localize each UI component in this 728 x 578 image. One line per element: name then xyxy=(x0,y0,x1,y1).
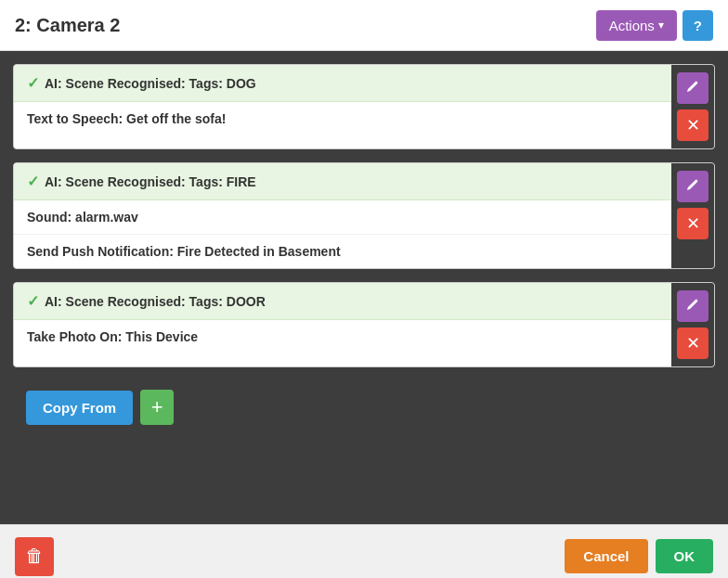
actions-button[interactable]: Actions xyxy=(596,10,677,41)
rule-actions-col: ✕ xyxy=(671,283,714,366)
delete-icon: ✕ xyxy=(686,115,700,135)
rule-trigger: ✓ AI: Scene Recognised: Tags: DOG xyxy=(14,65,671,102)
trash-icon: 🗑 xyxy=(25,546,44,567)
delete-rule-button[interactable]: ✕ xyxy=(677,208,708,239)
delete-rule-button[interactable]: ✕ xyxy=(677,328,708,359)
rule-card: ✓ AI: Scene Recognised: Tags: DOG Text t… xyxy=(13,64,715,149)
rule-action-item: Sound: alarm.wav xyxy=(14,200,671,235)
rule-body: Sound: alarm.wav Send Push Notification:… xyxy=(14,200,671,268)
rule-trigger: ✓ AI: Scene Recognised: Tags: DOOR xyxy=(14,283,671,320)
rule-card: ✓ AI: Scene Recognised: Tags: DOOR Take … xyxy=(13,282,715,367)
edit-icon xyxy=(685,299,700,314)
rule-card: ✓ AI: Scene Recognised: Tags: FIRE Sound… xyxy=(13,162,715,269)
delete-rule-button[interactable]: ✕ xyxy=(677,109,708,141)
rule-action-item: Send Push Notification: Fire Detected in… xyxy=(14,235,671,268)
footer-right: Cancel OK xyxy=(565,539,713,573)
trash-button[interactable]: 🗑 xyxy=(15,537,54,576)
rule-trigger-text: AI: Scene Recognised: Tags: DOG xyxy=(45,76,256,91)
rule-trigger: ✓ AI: Scene Recognised: Tags: FIRE xyxy=(14,163,671,200)
rule-trigger-text: AI: Scene Recognised: Tags: FIRE xyxy=(45,174,256,189)
rule-actions-col: ✕ xyxy=(671,163,714,268)
rule-actions-col: ✕ xyxy=(671,65,714,148)
rule-body: Take Photo On: This Device xyxy=(14,320,671,353)
delete-icon: ✕ xyxy=(686,213,700,234)
rule-action-item: Text to Speech: Get off the sofa! xyxy=(14,102,671,135)
rule-trigger-text: AI: Scene Recognised: Tags: DOOR xyxy=(45,294,266,309)
check-icon: ✓ xyxy=(27,173,39,190)
rule-card-inner: ✓ AI: Scene Recognised: Tags: FIRE Sound… xyxy=(14,163,671,268)
help-button[interactable]: ? xyxy=(682,10,713,41)
edit-button[interactable] xyxy=(677,72,708,104)
main-content: ✓ AI: Scene Recognised: Tags: DOG Text t… xyxy=(0,51,728,524)
ok-button[interactable]: OK xyxy=(656,539,714,573)
check-icon: ✓ xyxy=(27,292,39,310)
check-icon: ✓ xyxy=(27,74,39,92)
edit-icon xyxy=(685,81,700,96)
edit-button[interactable] xyxy=(677,290,708,322)
bottom-bar: Copy From + xyxy=(13,380,715,434)
rule-card-inner: ✓ AI: Scene Recognised: Tags: DOOR Take … xyxy=(14,283,671,366)
edit-button[interactable] xyxy=(677,171,708,202)
delete-icon: ✕ xyxy=(686,333,700,353)
header-actions: Actions ? xyxy=(596,10,713,41)
copy-from-button[interactable]: Copy From xyxy=(26,391,133,425)
header: 2: Camera 2 Actions ? xyxy=(0,0,728,51)
page-title: 2: Camera 2 xyxy=(15,15,120,36)
edit-icon xyxy=(685,179,700,194)
footer: 🗑 Cancel OK xyxy=(0,524,728,578)
rule-card-inner: ✓ AI: Scene Recognised: Tags: DOG Text t… xyxy=(14,65,671,148)
rule-action-item: Take Photo On: This Device xyxy=(14,320,671,353)
add-rule-button[interactable]: + xyxy=(140,390,174,425)
cancel-button[interactable]: Cancel xyxy=(565,539,647,573)
rule-body: Text to Speech: Get off the sofa! xyxy=(14,102,671,135)
